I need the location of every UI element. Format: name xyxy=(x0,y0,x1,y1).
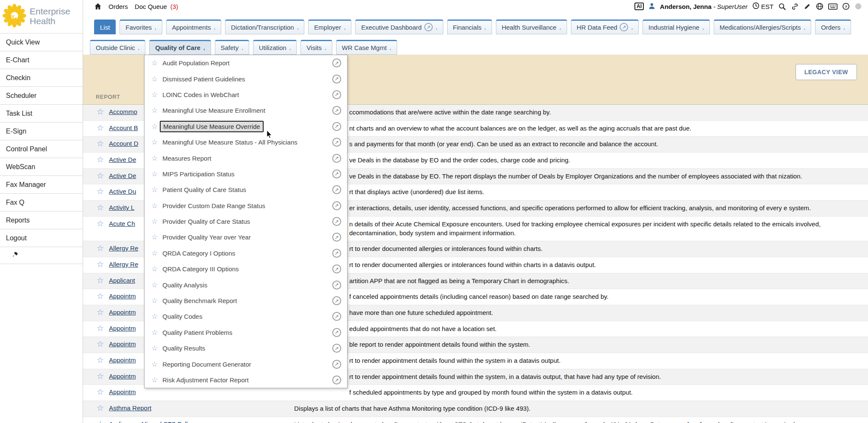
keyboard-icon[interactable] xyxy=(828,3,837,10)
favorite-star-icon[interactable]: ☆ xyxy=(97,340,104,349)
ai-extension-badge[interactable]: AI xyxy=(634,3,644,10)
favorite-star-icon[interactable]: ☆ xyxy=(151,170,158,178)
report-link[interactable]: Appointm xyxy=(109,324,136,332)
favorite-star-icon[interactable]: ☆ xyxy=(151,312,158,321)
tab[interactable]: Quality of Care ↗ xyxy=(149,40,211,55)
dropdown-item[interactable]: ☆ Dismissed Patient Guidelines ↗ xyxy=(145,71,347,86)
favorite-star-icon[interactable]: ☆ xyxy=(97,324,104,333)
dropdown-item[interactable]: ☆ Quality Codes ↗ xyxy=(145,309,347,324)
open-new-window-icon[interactable]: ↗ xyxy=(332,281,341,289)
sidebar-item[interactable]: Control Panel xyxy=(0,140,83,158)
dropdown-item[interactable]: ☆ Patient Quality of Care Status ↗ xyxy=(145,182,347,198)
favorite-star-icon[interactable]: ☆ xyxy=(97,308,104,317)
report-link[interactable]: Acute Ch xyxy=(109,219,135,227)
open-new-window-icon[interactable]: ↗ xyxy=(332,249,341,258)
pencil-icon[interactable] xyxy=(804,3,811,10)
dropdown-item[interactable]: ☆ Quality Results ↗ xyxy=(145,340,347,356)
open-new-window-icon[interactable]: ↗ xyxy=(332,312,341,321)
favorite-star-icon[interactable]: ☆ xyxy=(97,219,104,228)
dropdown-item[interactable]: ☆ Quality Patient Problems ↗ xyxy=(145,325,347,340)
report-link[interactable]: Appointm xyxy=(109,340,136,348)
favorite-star-icon[interactable]: ☆ xyxy=(151,106,158,115)
favorite-star-icon[interactable]: ☆ xyxy=(97,404,104,413)
tab[interactable]: Favorites ↗ xyxy=(120,19,162,34)
favorite-star-icon[interactable]: ☆ xyxy=(151,90,158,99)
open-new-window-icon[interactable]: ↗ xyxy=(332,90,341,99)
sidebar-item[interactable]: Quick View xyxy=(0,33,83,51)
tab[interactable]: Executive Dashboard ↗ xyxy=(355,19,443,34)
report-link[interactable]: Account D xyxy=(109,139,138,147)
open-new-window-icon[interactable]: ↗ xyxy=(332,75,341,83)
favorite-star-icon[interactable]: ☆ xyxy=(151,281,158,289)
favorite-star-icon[interactable]: ☆ xyxy=(151,264,158,273)
report-link[interactable]: Appointm xyxy=(109,356,136,364)
open-new-window-icon[interactable]: ↗ xyxy=(332,217,341,226)
favorite-star-icon[interactable]: ☆ xyxy=(151,233,158,242)
report-link[interactable]: Active De xyxy=(109,155,136,163)
report-link[interactable]: Applicant xyxy=(109,276,135,284)
dropdown-item[interactable]: ☆ QRDA Category III Options ↗ xyxy=(145,261,347,277)
status-circle-icon[interactable] xyxy=(854,3,862,10)
report-link[interactable]: Accommo xyxy=(109,107,137,115)
globe-icon[interactable] xyxy=(816,3,823,10)
favorite-star-icon[interactable]: ☆ xyxy=(151,75,158,83)
sidebar-item[interactable]: Scheduler xyxy=(0,87,83,105)
dropdown-item[interactable]: ☆ Meaningful Use Measure Override ↗ xyxy=(145,119,347,134)
tab[interactable]: Industrial Hygiene ↗ xyxy=(643,19,710,34)
favorite-star-icon[interactable]: ☆ xyxy=(97,387,104,397)
favorite-star-icon[interactable]: ☆ xyxy=(97,356,104,365)
tab[interactable]: WR Case Mgmt ↗ xyxy=(336,40,397,55)
dropdown-item[interactable]: ☆ Quality Benchmark Report ↗ xyxy=(145,293,347,309)
sidebar-item[interactable]: Checkin xyxy=(0,69,83,87)
open-new-window-icon[interactable]: ↗ xyxy=(332,106,341,115)
favorite-star-icon[interactable]: ☆ xyxy=(97,260,104,269)
favorite-star-icon[interactable]: ☆ xyxy=(151,344,158,353)
favorite-star-icon[interactable]: ☆ xyxy=(151,201,158,210)
tab[interactable]: Financials ↗ xyxy=(447,19,492,34)
favorite-star-icon[interactable]: ☆ xyxy=(97,155,104,164)
open-new-window-icon[interactable]: ↗ xyxy=(332,376,341,384)
sidebar-pin-row[interactable] xyxy=(0,247,83,264)
sidebar-item[interactable]: Fax Q xyxy=(0,194,83,212)
report-link[interactable]: Appointm xyxy=(109,387,136,395)
tab[interactable]: Appointments ↗ xyxy=(166,19,221,34)
dropdown-item[interactable]: ☆ Quality Analysis ↗ xyxy=(145,277,347,292)
report-link[interactable]: Activity L xyxy=(109,203,134,211)
open-new-window-icon[interactable]: ↗ xyxy=(332,296,341,305)
favorite-star-icon[interactable]: ☆ xyxy=(97,123,104,133)
open-new-window-icon[interactable]: ↗ xyxy=(332,328,341,337)
report-link[interactable]: Allergy Re xyxy=(109,244,138,252)
tab[interactable]: List ↗ xyxy=(94,19,116,34)
tab[interactable]: Health Surveillance ↗ xyxy=(496,19,567,34)
report-link[interactable]: Appointm xyxy=(109,292,136,300)
topbar-link-doc-queue[interactable]: Doc Queue (3) xyxy=(135,3,178,10)
open-new-window-icon[interactable]: ↗ xyxy=(332,122,341,131)
favorite-star-icon[interactable]: ☆ xyxy=(151,154,158,163)
open-new-window-icon[interactable]: ↗ xyxy=(332,170,341,178)
favorite-star-icon[interactable]: ☆ xyxy=(97,420,104,423)
open-new-window-icon[interactable]: ↗ xyxy=(332,201,341,210)
dropdown-item[interactable]: ☆ LOINC Codes in WebChart ↗ xyxy=(145,87,347,103)
dropdown-item[interactable]: ☆ Meaningful Use Measure Status - All Ph… xyxy=(145,134,347,150)
favorite-star-icon[interactable]: ☆ xyxy=(97,203,104,212)
home-icon[interactable] xyxy=(94,3,102,10)
favorite-star-icon[interactable]: ☆ xyxy=(151,249,158,258)
dropdown-item[interactable]: ☆ MIPS Participation Status ↗ xyxy=(145,166,347,182)
open-new-window-icon[interactable]: ↗ xyxy=(332,58,341,67)
favorite-star-icon[interactable]: ☆ xyxy=(151,296,158,305)
sidebar-item[interactable]: Logout xyxy=(0,229,83,247)
favorite-star-icon[interactable]: ☆ xyxy=(97,372,104,381)
favorite-star-icon[interactable]: ☆ xyxy=(97,139,104,148)
sidebar-item[interactable]: WebScan xyxy=(0,158,83,176)
open-new-window-icon[interactable]: ↗ xyxy=(332,233,341,242)
dropdown-item[interactable]: ☆ Provider Custom Date Range Status ↗ xyxy=(145,198,347,214)
favorite-star-icon[interactable]: ☆ xyxy=(151,217,158,226)
report-link[interactable]: Active Du xyxy=(109,187,136,195)
topbar-link-orders[interactable]: Orders xyxy=(108,3,128,10)
favorite-star-icon[interactable]: ☆ xyxy=(151,376,158,384)
tab[interactable]: Medications/Allergies/Scripts ↗ xyxy=(714,19,811,34)
dropdown-item[interactable]: ☆ Risk Adjustment Factor Report ↗ xyxy=(145,372,347,388)
dropdown-item[interactable]: ☆ Reporting Document Generator ↗ xyxy=(145,356,347,372)
sidebar-item[interactable]: E-Chart xyxy=(0,51,83,69)
open-new-window-icon[interactable]: ↗ xyxy=(332,154,341,163)
